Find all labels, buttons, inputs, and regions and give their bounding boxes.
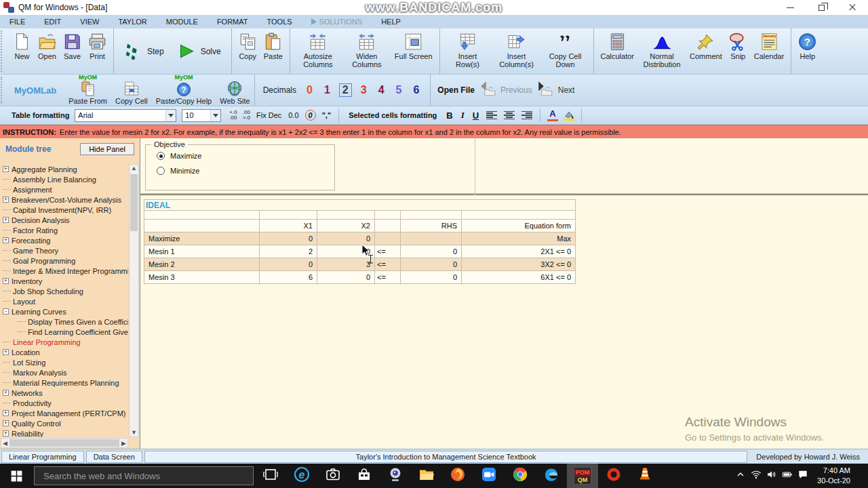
tree-item-decision-analysis[interactable]: +Decision Analysis <box>3 215 128 225</box>
tree-item-assignment[interactable]: Assignment <box>3 184 128 195</box>
start-button[interactable] <box>0 464 33 488</box>
row-label-cell[interactable]: Maximize <box>144 232 260 245</box>
data-cell[interactable] <box>401 232 462 245</box>
font-color-button[interactable]: A <box>547 109 557 121</box>
copy-button[interactable]: Copy <box>235 28 260 74</box>
myomlab-button[interactable]: MyOMLab <box>6 85 64 96</box>
open-file-button[interactable]: Open File <box>437 85 475 95</box>
data-cell[interactable]: 0 <box>260 258 317 271</box>
align-left-icon[interactable] <box>486 111 497 120</box>
data-cell[interactable]: Max <box>462 232 576 245</box>
new-button[interactable]: New <box>9 28 35 74</box>
copy-cell-down-button[interactable]: Copy Cell Down <box>541 28 590 74</box>
widen-columns-button[interactable]: Widen Columns <box>342 28 391 74</box>
tree-item-material-requirements-planning[interactable]: Material Requirements Planning <box>3 378 128 388</box>
explorer-taskbar-button[interactable] <box>411 464 442 488</box>
align-center-icon[interactable] <box>504 111 515 120</box>
menu-item-help[interactable]: HELP <box>372 18 410 26</box>
menu-item-view[interactable]: VIEW <box>71 18 108 26</box>
decimals-option-5[interactable]: 5 <box>393 84 405 96</box>
data-cell[interactable]: 0 <box>317 232 375 245</box>
tree-item-quality-control[interactable]: +Quality Control <box>3 418 128 428</box>
print-button[interactable]: Print <box>85 28 110 74</box>
italic-button[interactable]: I <box>457 110 469 121</box>
tree-item-game-theory[interactable]: Game Theory <box>3 245 128 256</box>
tray-volume-icon[interactable] <box>766 469 777 483</box>
tree-item-factor-rating[interactable]: Factor Rating <box>3 225 128 235</box>
tree-item-find-learning-coefficient-given-2[interactable]: Find Learning Coefficient Given 2 <box>3 327 128 337</box>
pomqm-taskbar-button[interactable]: POMQM <box>567 464 598 488</box>
expand-icon[interactable]: + <box>3 420 9 426</box>
next-label[interactable]: Next <box>558 85 575 95</box>
camera-taskbar-button[interactable] <box>317 464 349 488</box>
tree-item-assembly-line-balancing[interactable]: Assembly Line Balancing <box>3 174 128 184</box>
solve-button[interactable]: Solve <box>171 28 228 74</box>
data-cell[interactable]: 0 <box>260 232 317 245</box>
tree-item-capital-investment-npv-irr-[interactable]: Capital Investment(NPV, IRR) <box>3 205 128 215</box>
copy-cell-button[interactable]: Copy Cell <box>111 75 152 106</box>
firefox-taskbar-button[interactable] <box>442 464 473 488</box>
tree-item-aggregate-planning[interactable]: +Aggregate Planning <box>3 164 128 174</box>
restore-button[interactable] <box>806 0 837 15</box>
data-cell[interactable] <box>375 232 401 245</box>
tree-item-breakeven-cost-volume-analysis[interactable]: +Breakeven/Cost-Volume Analysis <box>3 195 128 205</box>
data-cell[interactable]: 3X2 <= 0 <box>462 258 576 271</box>
taskbar-clock[interactable]: 7:40 AM30-Oct-20 <box>813 466 856 486</box>
menu-item-module[interactable]: MODULE <box>157 18 208 26</box>
data-cell[interactable]: 6 <box>260 271 317 284</box>
tree-item-networks[interactable]: +Networks <box>3 388 128 398</box>
objective-option-minimize[interactable]: Minimize <box>157 167 334 175</box>
data-cell[interactable]: <= <box>375 271 401 284</box>
increase-decimals-icon[interactable]: +.0 .00 <box>226 110 239 121</box>
scroll-down-icon[interactable]: ▼ <box>130 430 138 436</box>
menu-item-file[interactable]: FILE <box>0 18 35 26</box>
tray-chat-icon[interactable] <box>797 469 808 483</box>
webcam-taskbar-button[interactable] <box>380 464 411 488</box>
close-button[interactable] <box>837 0 868 15</box>
tree-item-forecasting[interactable]: +Forecasting <box>3 235 128 245</box>
decimals-option-0[interactable]: 0 <box>304 84 315 96</box>
decimals-option-3[interactable]: 3 <box>358 84 370 96</box>
tree-item-learning-curves[interactable]: -Learning Curves <box>3 306 128 317</box>
data-cell[interactable]: 0 <box>401 258 462 271</box>
paste-button[interactable]: Paste <box>260 28 286 74</box>
tree-item-location[interactable]: +Location <box>3 347 128 357</box>
font-size-select[interactable]: 10 <box>182 109 221 122</box>
calculator-button[interactable]: Calculator <box>597 28 638 74</box>
tree-item-layout[interactable]: Layout <box>3 296 128 306</box>
data-cell[interactable]: 2X1 <= 0 <box>462 245 576 258</box>
tree-horizontal-scrollbar[interactable]: ◀ ▶ <box>1 438 128 448</box>
fill-color-button[interactable] <box>564 110 574 121</box>
help-button[interactable]: ?Help <box>795 28 820 74</box>
insert-row-s--button[interactable]: Insert Row(s) <box>443 28 492 74</box>
tray-battery-icon[interactable] <box>782 469 793 483</box>
snip-button[interactable]: Snip <box>726 28 751 74</box>
vlc-taskbar-button[interactable] <box>629 464 660 488</box>
scroll-left-icon[interactable]: ◀ <box>3 440 7 447</box>
zero-format-icon[interactable]: 0 <box>305 110 316 121</box>
save-button[interactable]: Save <box>60 28 85 74</box>
tree-item-reliability[interactable]: +Reliability <box>3 428 128 437</box>
tree-item-display-times-given-a-coefficient[interactable]: Display Times Given a Coefficient <box>3 317 128 327</box>
edge-taskbar-button[interactable] <box>536 464 567 488</box>
tree-item-linear-programming[interactable]: Linear Programming <box>3 337 128 347</box>
menu-item-edit[interactable]: EDIT <box>35 18 71 26</box>
data-cell[interactable]: 0 <box>401 271 462 284</box>
expand-icon[interactable]: + <box>3 278 9 284</box>
objective-option-maximize[interactable]: Maximize <box>157 152 334 160</box>
collapse-icon[interactable]: - <box>3 308 9 314</box>
data-cell[interactable]: <= <box>375 258 401 271</box>
paste-from-button[interactable]: MyOMPaste From <box>64 75 111 106</box>
align-right-icon[interactable] <box>521 111 532 120</box>
expand-icon[interactable]: + <box>3 390 9 396</box>
expand-icon[interactable]: + <box>3 430 9 436</box>
menu-item-tools[interactable]: TOOLS <box>258 18 302 26</box>
zoom-taskbar-button[interactable] <box>473 464 505 488</box>
row-label-cell[interactable]: Mesin 3 <box>144 271 260 284</box>
menu-item-format[interactable]: FORMAT <box>208 18 258 26</box>
web-site-button[interactable]: Web Site <box>216 75 254 106</box>
open-button[interactable]: Open <box>35 28 60 74</box>
menu-item-taylor[interactable]: TAYLOR <box>108 18 156 26</box>
tree-item-productivity[interactable]: Productivity <box>3 398 128 408</box>
fix-decimal-value[interactable]: 0.0 <box>285 111 302 119</box>
